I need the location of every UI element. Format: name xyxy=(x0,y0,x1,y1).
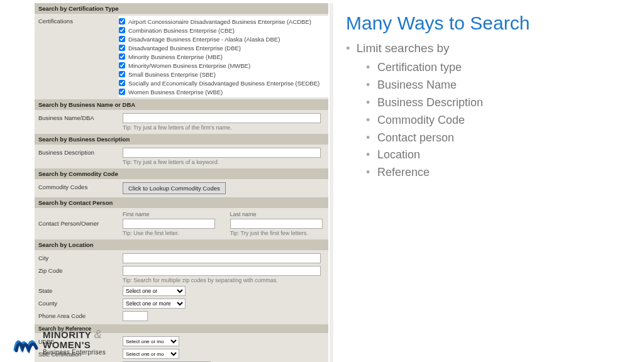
biz-name-tip: Tip: Try just a few letters of the firm'… xyxy=(123,123,325,131)
page-title: Many Ways to Search xyxy=(346,13,625,34)
slide-text-panel: Many Ways to Search Limit searches by Ce… xyxy=(333,0,644,362)
cert-checkbox[interactable] xyxy=(119,62,125,69)
cert-item: Minority/Women Business Enterprise (MWBE… xyxy=(119,61,328,70)
city-input[interactable] xyxy=(123,253,321,263)
last-name-label: Last name xyxy=(230,211,325,219)
commodity-label: Commodity Codes xyxy=(38,182,123,190)
search-form: Search by Certification Type Certificati… xyxy=(35,3,333,362)
biz-desc-tip: Tip: Try just a few letters of a keyword… xyxy=(123,158,325,165)
state-label: State xyxy=(38,286,123,294)
bullet-item: Commodity Code xyxy=(377,112,625,129)
section-head-biz-desc: Search by Business Description xyxy=(35,134,328,145)
subtitle: Limit searches by xyxy=(346,41,625,55)
cert-checkbox[interactable] xyxy=(119,45,125,51)
county-select[interactable]: Select one or more xyxy=(123,299,186,309)
cert-item: Socially and Economically Disadvantaged … xyxy=(119,79,328,87)
state-select[interactable]: Select one or xyxy=(123,286,186,296)
logo-line1: MINORITY xyxy=(43,329,91,340)
first-name-tip: Tip: Use the first letter. xyxy=(123,229,218,236)
cert-checkbox[interactable] xyxy=(119,36,125,42)
cert-label-text: Disadvantaged Business Enterprise (DBE) xyxy=(128,45,241,52)
cert-checkbox[interactable] xyxy=(119,71,125,77)
cert-item: Disadvantage Business Enterprise - Alask… xyxy=(119,35,328,43)
zip-tip: Tip: Search for multiple zip codes by se… xyxy=(123,276,325,283)
search-form-panel: Search by Certification Type Certificati… xyxy=(0,0,333,362)
cert-label-text: Disadvantage Business Enterprise - Alask… xyxy=(128,36,280,43)
cert-checkbox[interactable] xyxy=(119,18,125,25)
first-name-label: First name xyxy=(123,211,218,219)
cert-label-text: Women Business Enterprise (WBE) xyxy=(128,89,223,96)
biz-name-input[interactable] xyxy=(123,113,321,123)
cert-label-text: Socially and Economically Disadvantaged … xyxy=(128,80,319,87)
logo-text: MINORITY & WOMEN'S Business Enterprises xyxy=(43,329,106,356)
section-head-commodity: Search by Commodity Code xyxy=(35,168,328,179)
cert-item: Minority Business Enterprise (MBE) xyxy=(119,52,328,61)
zip-input[interactable] xyxy=(123,266,321,276)
cert-checkbox[interactable] xyxy=(119,89,125,95)
bullet-item: Business Description xyxy=(377,94,625,112)
logo-line3: Business Enterprises xyxy=(43,349,106,356)
cert-item: Airport Concessionaire Disadvantaged Bus… xyxy=(119,17,328,26)
cert-checkbox[interactable] xyxy=(119,27,125,33)
udbe-select[interactable]: Select one or mo xyxy=(123,336,179,346)
cert-label-text: Minority Business Enterprise (MBE) xyxy=(128,53,223,60)
omwbe-logo: MINORITY & WOMEN'S Business Enterprises xyxy=(13,329,106,356)
bullet-item: Certification type xyxy=(377,59,625,77)
contact-label: Contact Person/Owner xyxy=(38,211,123,227)
bullet-item: Location xyxy=(377,146,625,164)
bullet-list: Certification typeBusiness NameBusiness … xyxy=(346,59,625,182)
logo-line2: WOMEN'S xyxy=(43,340,106,349)
section-head-location: Search by Location xyxy=(35,239,328,250)
bullet-item: Contact person xyxy=(377,129,625,147)
city-label: City xyxy=(38,253,123,261)
cert-item: Small Business Enterprise (SBE) xyxy=(119,70,328,79)
zip-label: Zip Code xyxy=(38,266,123,274)
cert-label-text: Minority/Women Business Enterprise (MWBE… xyxy=(128,62,250,69)
section-head-contact: Search by Contact Person xyxy=(35,197,328,208)
biz-name-label: Business Name/DBA xyxy=(38,113,123,121)
cert-label: Certifications xyxy=(35,16,119,97)
cert-checkbox[interactable] xyxy=(119,53,125,60)
biz-desc-input[interactable] xyxy=(123,148,321,158)
bullet-item: Business Name xyxy=(377,77,625,94)
bullet-item: Reference xyxy=(377,164,625,182)
logo-icon xyxy=(13,329,39,356)
sbe-select[interactable]: Select one or mo xyxy=(123,349,179,359)
cert-list: Airport Concessionaire Disadvantaged Bus… xyxy=(119,16,328,97)
cert-item: Women Business Enterprise (WBE) xyxy=(119,87,328,96)
section-head-cert-type: Search by Certification Type xyxy=(35,3,328,14)
cert-checkbox[interactable] xyxy=(119,80,125,86)
first-name-input[interactable] xyxy=(123,219,215,229)
area-code-input[interactable] xyxy=(123,311,148,321)
logo-ampersand: & xyxy=(94,328,102,341)
cert-label-text: Combination Business Enterprise (CBE) xyxy=(128,27,235,34)
county-label: County xyxy=(38,299,123,307)
biz-desc-label: Business Description xyxy=(38,148,123,156)
lookup-commodity-button[interactable]: Click to Lookup Commodity Codes xyxy=(123,182,226,194)
area-code-label: Phone Area Code xyxy=(38,311,123,319)
cert-item: Disadvantaged Business Enterprise (DBE) xyxy=(119,43,328,52)
cert-label-text: Small Business Enterprise (SBE) xyxy=(128,71,216,78)
last-name-input[interactable] xyxy=(230,219,323,229)
cert-item: Combination Business Enterprise (CBE) xyxy=(119,26,328,35)
last-name-tip: Tip: Try just the first few letters. xyxy=(230,229,325,236)
cert-label-text: Airport Concessionaire Disadvantaged Bus… xyxy=(128,18,311,25)
section-head-biz-name: Search by Business Name or DBA xyxy=(35,99,328,110)
